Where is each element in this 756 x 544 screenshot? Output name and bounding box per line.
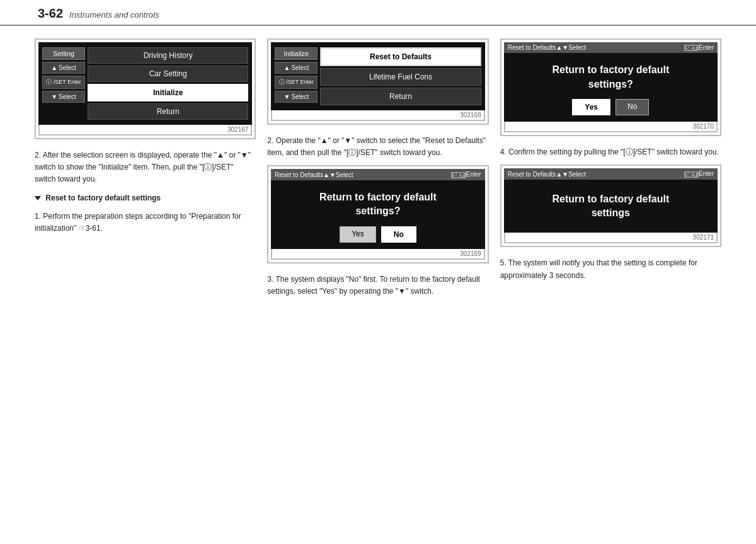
dialog-screen-2: Reset to Defaults▲▼Select SETEnter Retur… xyxy=(504,42,718,122)
set-badge-2: SET xyxy=(684,45,699,51)
initialize-label: Initialize xyxy=(275,47,318,60)
dialog-question-2: Return to factory defaultsettings? xyxy=(510,63,711,91)
menu-item-return[interactable]: Return xyxy=(88,103,248,120)
screen-box-dialog1: Reset to Defaults▲▼Select SETEnter Retur… xyxy=(267,165,488,263)
dialog-body-2: Return to factory defaultsettings? Yes N… xyxy=(504,53,718,122)
dialog-topbar-1: Reset to Defaults▲▼Select SETEnter xyxy=(271,169,484,180)
info-set-label: /SET xyxy=(54,79,66,85)
select-up-btn[interactable]: ▲ Select xyxy=(42,62,85,74)
screen-box-confirm: Reset to Defaults▲▼Select SETEnter Retur… xyxy=(500,165,721,247)
setting-label: Setting xyxy=(42,47,85,60)
confirm-topbar-set: SETEnter xyxy=(684,170,714,177)
confirm-body: Return to factory defaultsettings xyxy=(504,180,718,233)
init-select-up-btn[interactable]: ▲ Select xyxy=(275,62,318,74)
dialog-buttons-1: Yes No xyxy=(277,226,478,243)
confirm-topbar-title: Reset to Defaults▲▼Select xyxy=(508,171,586,178)
triangle-icon xyxy=(35,196,41,200)
dialog-question-1: Return to factory defaultsettings? xyxy=(277,190,478,219)
dialog-body-1: Return to factory defaultsettings? Yes N… xyxy=(271,180,484,249)
menu-item-initialize[interactable]: Initialize xyxy=(88,84,248,101)
confirm-topbar: Reset to Defaults▲▼Select SETEnter xyxy=(504,168,718,179)
arrow-up-icon: ▲ xyxy=(51,64,57,71)
screen-code-302171: 302171 xyxy=(504,233,718,243)
no-button-1[interactable]: No xyxy=(381,226,416,243)
init-set-label: /SET xyxy=(286,79,299,85)
info-icon: ⓘ xyxy=(46,79,52,85)
screen-302168: Initialize ▲ Select ⓘ /SET Enter xyxy=(267,38,488,125)
dialog-buttons-2: Yes No xyxy=(510,99,711,115)
info-enter-label: Enter xyxy=(67,79,81,85)
init-enter-label: Enter xyxy=(301,79,314,85)
dialog-screen-1: Reset to Defaults▲▼Select SETEnter Retur… xyxy=(271,169,484,248)
section-title: Instruments and controls xyxy=(69,10,159,20)
col1-section-head: Reset to factory default settings xyxy=(35,192,256,204)
yes-button-1[interactable]: Yes xyxy=(340,226,376,243)
menu-right-panel: Driving History Car Setting Initialize R… xyxy=(88,47,248,120)
info-enter-btn[interactable]: ⓘ /SET Enter xyxy=(42,76,85,89)
content-area: Setting ▲ Select ⓘ /SET Enter xyxy=(0,26,756,310)
screen-code-302168: 302168 xyxy=(271,110,484,121)
screen-box-1: Setting ▲ Select ⓘ /SET Enter xyxy=(35,38,256,139)
init-item-reset[interactable]: Reset to Defaults xyxy=(320,47,481,66)
screen-code-302169: 302169 xyxy=(271,249,484,260)
init-arrow-up-icon: ▲ xyxy=(284,64,290,71)
page: 3-62 Instruments and controls Setting ▲ … xyxy=(0,0,756,544)
section-number: 3-62 xyxy=(38,6,63,21)
no-button-2[interactable]: No xyxy=(616,99,649,115)
col3-para2: 5. The system will notify you that the s… xyxy=(500,257,721,281)
confirm-screen: Reset to Defaults▲▼Select SETEnter Retur… xyxy=(504,168,718,233)
screen-code-302170: 302170 xyxy=(504,122,718,132)
screen-302170: Reset to Defaults▲▼Select SETEnter Retur… xyxy=(500,38,721,136)
yes-button-2[interactable]: Yes xyxy=(572,99,610,115)
screen-302171: Reset to Defaults▲▼Select SETEnter Retur… xyxy=(500,165,721,247)
dialog-topbar-2: Reset to Defaults▲▼Select SETEnter xyxy=(504,42,718,53)
arrow-down-icon: ▼ xyxy=(51,93,57,100)
column-1: Setting ▲ Select ⓘ /SET Enter xyxy=(35,38,256,298)
select-down-btn[interactable]: ▼ Select xyxy=(42,91,85,103)
init-right-panel: Reset to Defaults Lifetime Fuel Cons Ret… xyxy=(320,47,481,105)
screen-box-dialog2: Reset to Defaults▲▼Select SETEnter Retur… xyxy=(500,38,721,136)
init-select-up-label: Select xyxy=(291,64,309,71)
init-item-lifetime[interactable]: Lifetime Fuel Cons xyxy=(320,68,481,86)
screen-302167: Setting ▲ Select ⓘ /SET Enter xyxy=(35,38,256,139)
screen-302169: Reset to Defaults▲▼Select SETEnter Retur… xyxy=(267,165,488,263)
column-3: Reset to Defaults▲▼Select SETEnter Retur… xyxy=(500,38,721,298)
set-badge-1: SET xyxy=(451,172,466,178)
dialog-topbar-title-1: Reset to Defaults▲▼Select xyxy=(275,171,353,178)
screen-code-302167: 302167 xyxy=(38,125,252,136)
init-select-down-btn[interactable]: ▼ Select xyxy=(275,91,318,103)
dialog-topbar-title-2: Reset to Defaults▲▼Select xyxy=(508,44,586,51)
init-info-icon: ⓘ xyxy=(279,79,285,85)
col3-para1: 4. Confirm the setting by pulling the "[… xyxy=(500,146,721,158)
select-down-label: Select xyxy=(59,93,76,100)
set-badge-3: SET xyxy=(684,171,699,178)
col2-para1: 2. Operate the "▲" or "▼" switch to sele… xyxy=(267,135,488,159)
init-arrow-down-icon: ▼ xyxy=(284,93,290,100)
init-left-panel: Initialize ▲ Select ⓘ /SET Enter xyxy=(275,47,318,105)
col1-para1: 2. After the selection screen is display… xyxy=(35,149,256,186)
col2-para2: 3. The system displays "No" first. To re… xyxy=(267,274,488,298)
page-header: 3-62 Instruments and controls xyxy=(0,0,756,26)
dialog-topbar-set-1: SETEnter xyxy=(451,171,481,178)
screen-box-2: Initialize ▲ Select ⓘ /SET Enter xyxy=(267,38,488,125)
menu-item-driving-history[interactable]: Driving History xyxy=(88,47,248,64)
confirm-text: Return to factory defaultsettings xyxy=(510,192,711,221)
dialog-topbar-set-2: SETEnter xyxy=(684,44,714,51)
init-select-down-label: Select xyxy=(291,93,309,100)
init-item-return[interactable]: Return xyxy=(320,88,481,105)
menu-item-car-setting[interactable]: Car Setting xyxy=(88,66,248,82)
col1-para2: 1. Perform the preparation steps accordi… xyxy=(35,211,256,234)
menu-screen: Setting ▲ Select ⓘ /SET Enter xyxy=(38,42,252,125)
init-info-enter-btn[interactable]: ⓘ /SET Enter xyxy=(275,76,318,89)
menu-left-panel: Setting ▲ Select ⓘ /SET Enter xyxy=(42,47,85,120)
column-2: Initialize ▲ Select ⓘ /SET Enter xyxy=(267,38,488,298)
select-up-label: Select xyxy=(59,64,76,71)
initialize-screen: Initialize ▲ Select ⓘ /SET Enter xyxy=(271,42,484,110)
section-heading-text: Reset to factory default settings xyxy=(45,194,161,202)
